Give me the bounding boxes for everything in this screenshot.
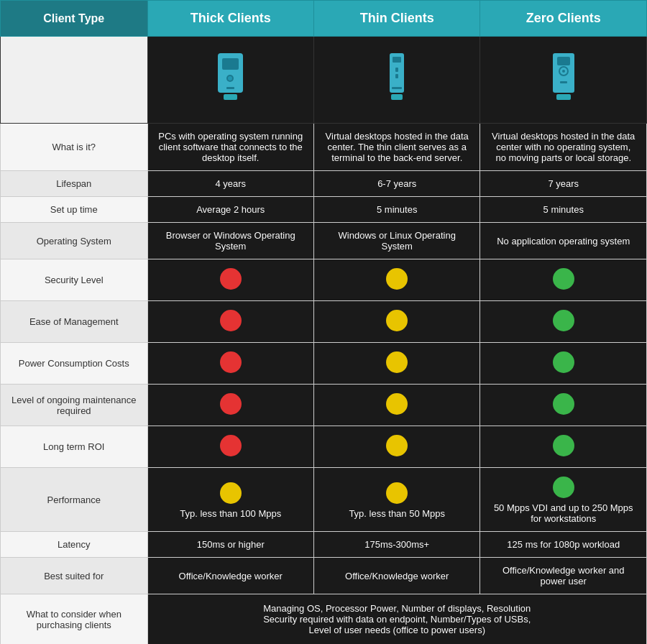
svg-rect-7: [393, 57, 401, 63]
latency-zero: 125 ms for 1080p workload: [480, 532, 647, 558]
roi-thick: [147, 426, 313, 468]
lifespan-row: Lifespan 4 years 6-7 years 7 years: [1, 171, 647, 197]
svg-rect-9: [395, 74, 398, 78]
latency-thin: 175ms-300ms+: [313, 532, 479, 558]
what-is-it-label: What is it?: [1, 124, 148, 171]
performance-thin-container: Typ. less than 50 Mpps: [324, 481, 469, 519]
what-to-consider-span: Managing OS, Processor Power, Number of …: [147, 594, 647, 645]
performance-label: Performance: [1, 468, 148, 532]
header-row: Client Type Thick Clients Thin Clients Z…: [1, 1, 647, 37]
maintenance-thick: [147, 385, 313, 426]
roi-row: Long term ROI: [1, 426, 647, 468]
setup-time-thick: Average 2 hours: [147, 197, 313, 223]
security-thin: [313, 259, 479, 301]
svg-rect-4: [226, 87, 234, 89]
what-is-it-zero: Virtual desktops hosted in the data cent…: [480, 124, 647, 171]
svg-rect-1: [222, 58, 239, 70]
ease-label: Ease of Management: [1, 301, 148, 343]
svg-rect-8: [395, 68, 398, 72]
image-row: [1, 37, 647, 124]
roi-zero: [480, 426, 647, 468]
best-suited-thick: Office/Knowledge worker: [147, 558, 313, 594]
power-zero: [480, 343, 647, 385]
ease-zero-dot: [553, 310, 574, 331]
security-zero-dot: [553, 268, 574, 290]
performance-thick-dot: [220, 482, 242, 504]
svg-rect-13: [557, 57, 570, 65]
latency-thick: 150ms or higher: [147, 532, 313, 558]
svg-point-3: [228, 76, 232, 80]
power-thick-dot: [220, 351, 242, 373]
power-thin: [313, 343, 479, 385]
ease-thin-dot: [386, 310, 408, 331]
ease-zero: [480, 301, 647, 343]
latency-row: Latency 150ms or higher 175ms-300ms+ 125…: [1, 532, 647, 558]
setup-time-thin: 5 minutes: [313, 197, 479, 223]
thick-client-image-cell: [147, 37, 313, 124]
what-is-it-row: What is it? PCs with operating system ru…: [1, 124, 647, 171]
os-thick: Browser or Windows Operating System: [147, 223, 313, 259]
maintenance-zero-dot: [553, 393, 574, 415]
lifespan-label: Lifespan: [1, 171, 148, 197]
power-label: Power Consumption Costs: [1, 343, 148, 385]
maintenance-zero: [480, 385, 647, 426]
what-to-consider-text: Managing OS, Processor Power, Number of …: [263, 603, 531, 635]
roi-zero-dot: [553, 435, 574, 456]
what-is-it-thin: Virtual desktops hosted in the data cent…: [313, 124, 479, 171]
os-label: Operating System: [1, 223, 148, 259]
thin-client-icon: [385, 50, 408, 107]
power-zero-dot: [553, 351, 574, 373]
ease-thick: [147, 301, 313, 343]
roi-label: Long term ROI: [1, 426, 148, 468]
col-thick-clients: Thick Clients: [147, 1, 313, 37]
what-is-it-thick: PCs with operating system running client…: [147, 124, 313, 171]
performance-thick-container: Typ. less than 100 Mpps: [158, 481, 303, 519]
svg-rect-11: [391, 94, 403, 100]
best-suited-row: Best suited for Office/Knowledge worker …: [1, 558, 647, 594]
col-zero-clients: Zero Clients: [480, 1, 647, 37]
performance-thin-text: Typ. less than 50 Mpps: [349, 508, 445, 519]
power-thick: [147, 343, 313, 385]
ease-thick-dot: [220, 310, 242, 331]
os-row: Operating System Browser or Windows Oper…: [1, 223, 647, 259]
performance-zero-dot: [553, 477, 574, 498]
col-client-type: Client Type: [1, 1, 148, 37]
maintenance-row: Level of ongoing maintenance required: [1, 385, 647, 426]
svg-rect-10: [392, 87, 402, 89]
performance-zero: 50 Mpps VDI and up to 250 Mpps for works…: [480, 468, 647, 532]
maintenance-thick-dot: [220, 393, 242, 415]
performance-thin: Typ. less than 50 Mpps: [313, 468, 479, 532]
security-zero: [480, 259, 647, 301]
ease-row: Ease of Management: [1, 301, 647, 343]
svg-point-15: [562, 70, 565, 73]
security-row: Security Level: [1, 259, 647, 301]
what-to-consider-label: What to consider when purchasing clients: [1, 594, 148, 645]
zero-client-image-cell: [480, 37, 647, 124]
setup-time-row: Set up time Average 2 hours 5 minutes 5 …: [1, 197, 647, 223]
what-to-consider-row: What to consider when purchasing clients…: [1, 594, 647, 645]
svg-rect-17: [556, 94, 571, 100]
power-thin-dot: [386, 351, 408, 373]
os-zero: No application operating system: [480, 223, 647, 259]
thick-client-icon: [211, 50, 250, 107]
best-suited-label: Best suited for: [1, 558, 148, 594]
maintenance-thin: [313, 385, 479, 426]
col-thin-clients: Thin Clients: [313, 1, 479, 37]
best-suited-zero: Office/Knowledge worker and power user: [480, 558, 647, 594]
zero-client-icon: [550, 50, 577, 107]
performance-thick-text: Typ. less than 100 Mpps: [180, 508, 281, 519]
image-label-cell: [1, 37, 148, 124]
roi-thin: [313, 426, 479, 468]
performance-zero-container: 50 Mpps VDI and up to 250 Mpps for works…: [490, 475, 636, 524]
roi-thick-dot: [220, 435, 242, 456]
power-row: Power Consumption Costs: [1, 343, 647, 385]
maintenance-label: Level of ongoing maintenance required: [1, 385, 148, 426]
roi-thin-dot: [386, 435, 408, 456]
lifespan-thick: 4 years: [147, 171, 313, 197]
best-suited-thin: Office/Knowledge worker: [313, 558, 479, 594]
os-thin: Windows or Linux Operating System: [313, 223, 479, 259]
security-thick: [147, 259, 313, 301]
lifespan-zero: 7 years: [480, 171, 647, 197]
performance-thick: Typ. less than 100 Mpps: [147, 468, 313, 532]
svg-rect-16: [560, 81, 567, 83]
